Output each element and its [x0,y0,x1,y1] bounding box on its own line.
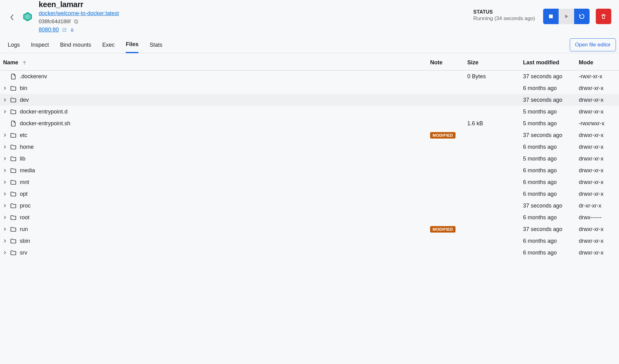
name-cell: media [3,167,430,174]
mode-cell: drwxr-xr-x [579,97,616,103]
name-cell: proc [3,202,430,209]
external-link-icon[interactable] [62,28,67,32]
svg-rect-7 [74,20,77,23]
image-link[interactable]: docker/welcome-to-docker:latest [39,10,469,17]
table-row[interactable]: root6 months agodrwx------ [0,212,619,223]
table-row[interactable]: runMODIFIED37 seconds agodrwxr-xr-x [0,223,619,235]
table-row[interactable]: dev37 seconds agodrwxr-xr-x [0,94,619,106]
modified-cell: 37 seconds ago [523,97,579,103]
table-row[interactable]: etcMODIFIED37 seconds agodrwxr-xr-x [0,129,619,141]
container-header: keen_lamarr docker/welcome-to-docker:lat… [0,0,619,37]
modified-cell: 5 months ago [523,120,579,127]
size-cell: 0 Bytes [467,73,523,80]
tab-inspect[interactable]: Inspect [31,37,49,53]
table-row[interactable]: mnt6 months agodrwxr-xr-x [0,176,619,188]
expand-chevron-icon[interactable] [3,216,7,219]
header-name[interactable]: Name [3,59,18,66]
mode-cell: drwxr-xr-x [579,238,616,244]
folder-icon [10,191,17,197]
tab-exec[interactable]: Exec [102,37,115,53]
expand-chevron-icon[interactable] [3,157,7,161]
modified-cell: 6 months ago [523,85,579,92]
expand-chevron-icon[interactable] [3,98,7,102]
table-row[interactable]: opt6 months agodrwxr-xr-x [0,188,619,200]
port-link[interactable]: 8080:80 [39,27,59,33]
name-cell: root [3,214,430,221]
expand-chevron-icon[interactable] [3,227,7,231]
svg-rect-6 [75,21,78,24]
modified-cell: 37 seconds ago [523,226,579,233]
table-row[interactable]: docker-entrypoint.sh1.6 kB5 months ago-r… [0,118,619,129]
name-cell: sbin [3,238,430,244]
modified-cell: 6 months ago [523,167,579,174]
expand-chevron-icon[interactable] [3,169,7,172]
expand-chevron-icon[interactable] [3,180,7,184]
header-size[interactable]: Size [467,59,523,66]
folder-icon [10,108,17,115]
svg-rect-8 [71,30,73,32]
mode-cell: drwxr-xr-x [579,167,616,174]
file-name: lib [20,156,25,162]
file-name: proc [20,203,31,209]
status-block: STATUS Running (34 seconds ago) [473,9,535,22]
stop-button[interactable] [543,9,559,24]
header-mode[interactable]: Mode [579,59,616,66]
table-row[interactable]: .dockerenv0 Bytes37 seconds ago-rwxr-xr-… [0,71,619,82]
table-row[interactable]: home6 months agodrwxr-xr-x [0,141,619,153]
file-name: opt [20,191,28,197]
table-row[interactable]: proc37 seconds agodr-xr-xr-x [0,200,619,212]
table-row[interactable]: sbin6 months agodrwxr-xr-x [0,235,619,247]
expand-chevron-icon[interactable] [3,86,7,90]
folder-icon [10,96,17,103]
file-name: sbin [20,238,30,244]
container-name: keen_lamarr [39,0,469,9]
folder-icon [10,155,17,162]
mode-cell: dr-xr-xr-x [579,203,616,209]
mode-cell: -rwxr-xr-x [579,73,616,80]
table-row[interactable]: srv6 months agodrwxr-xr-x [0,247,619,259]
name-cell: .dockerenv [3,73,430,80]
expand-chevron-icon[interactable] [3,133,7,137]
tab-logs[interactable]: Logs [8,37,20,53]
tab-bind-mounts[interactable]: Bind mounts [60,37,91,53]
expand-chevron-icon[interactable] [3,192,7,196]
table-row[interactable]: bin6 months agodrwxr-xr-x [0,82,619,94]
sort-asc-icon[interactable] [22,60,27,65]
folder-icon [10,202,17,209]
header-note[interactable]: Note [430,59,467,66]
open-file-editor-button[interactable]: Open file editor [570,38,616,51]
modified-cell: 5 months ago [523,109,579,115]
delete-button[interactable] [596,9,611,24]
file-table-header: Name Note Size Last modified Mode [0,53,619,71]
container-id: 038fc64d186f [39,19,71,25]
file-table-body: .dockerenv0 Bytes37 seconds ago-rwxr-xr-… [0,71,619,259]
name-cell: opt [3,191,430,197]
expand-chevron-icon[interactable] [3,251,7,255]
expand-chevron-icon[interactable] [3,239,7,243]
copy-icon[interactable] [74,19,79,24]
back-button[interactable] [8,13,16,22]
expand-chevron-icon[interactable] [3,204,7,208]
status-label: STATUS [473,9,535,15]
table-row[interactable]: docker-entrypoint.d5 months agodrwxr-xr-… [0,106,619,118]
name-cell: docker-entrypoint.d [3,108,430,115]
mode-cell: drwxr-xr-x [579,226,616,233]
file-icon [10,120,17,127]
folder-icon [10,179,17,186]
table-row[interactable]: media6 months agodrwxr-xr-x [0,165,619,176]
expand-chevron-icon[interactable] [3,145,7,149]
action-buttons [543,9,611,24]
table-row[interactable]: lib5 months agodrwxr-xr-x [0,153,619,165]
mode-cell: drwxr-xr-x [579,144,616,150]
file-name: srv [20,250,27,256]
tab-stats[interactable]: Stats [150,37,162,53]
header-modified[interactable]: Last modified [523,59,579,66]
file-name: etc [20,132,27,139]
start-button[interactable] [559,9,574,24]
expand-chevron-icon[interactable] [3,110,7,113]
tab-files[interactable]: Files [126,37,138,53]
modified-cell: 37 seconds ago [523,73,579,80]
restart-button[interactable] [574,9,590,24]
file-name: root [20,214,29,221]
mode-cell: drwxr-xr-x [579,250,616,256]
